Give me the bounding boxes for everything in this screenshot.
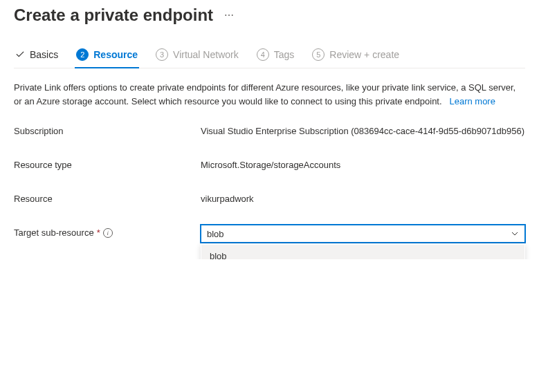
dropdown-option-blob[interactable]: blob: [201, 245, 524, 259]
target-sub-resource-dropdown-wrap: blob blob table queue file web dfs: [201, 225, 525, 243]
step-badge: 3: [156, 48, 168, 61]
tab-label: Tags: [274, 49, 295, 60]
step-badge: 2: [76, 48, 89, 61]
field-target-sub-resource: Target sub-resource * i blob blob table …: [14, 225, 525, 243]
resource-value: vikurpadwork: [201, 191, 525, 204]
dropdown-list: blob table queue file web dfs: [201, 244, 525, 259]
tab-resource[interactable]: 2 Resource: [75, 44, 139, 68]
step-badge: 5: [312, 48, 325, 61]
chevron-down-icon: [511, 230, 519, 238]
wizard-tabs: Basics 2 Resource 3 Virtual Network 4 Ta…: [14, 44, 525, 68]
resource-type-label: Resource type: [14, 157, 201, 170]
tab-label: Basics: [30, 49, 58, 60]
resource-label: Resource: [14, 191, 201, 204]
tab-virtual-network[interactable]: 3 Virtual Network: [154, 44, 240, 68]
tab-label: Virtual Network: [173, 49, 239, 60]
subscription-label: Subscription: [14, 123, 201, 136]
page-header: Create a private endpoint ⋯: [14, 6, 525, 25]
resource-type-value: Microsoft.Storage/storageAccounts: [201, 157, 525, 170]
field-resource: Resource vikurpadwork: [14, 191, 525, 204]
tab-label: Resource: [93, 49, 138, 60]
tab-tags[interactable]: 4 Tags: [255, 44, 296, 68]
tab-basics[interactable]: Basics: [14, 45, 60, 67]
target-sub-resource-dropdown[interactable]: blob: [201, 225, 525, 243]
info-icon[interactable]: i: [103, 228, 113, 238]
tab-label: Review + create: [329, 49, 399, 60]
intro-text: Private Link offers options to create pr…: [14, 81, 525, 108]
step-badge: 4: [257, 48, 269, 61]
check-icon: [15, 50, 25, 59]
field-subscription: Subscription Visual Studio Enterprise Su…: [14, 123, 525, 136]
dropdown-selected-value: blob: [207, 229, 224, 239]
target-sub-resource-label: Target sub-resource * i: [14, 225, 201, 238]
page-title: Create a private endpoint: [14, 6, 213, 25]
required-indicator: *: [97, 227, 100, 238]
more-icon[interactable]: ⋯: [224, 10, 235, 21]
tab-review-create[interactable]: 5 Review + create: [311, 44, 401, 68]
learn-more-link[interactable]: Learn more: [449, 96, 495, 106]
field-resource-type: Resource type Microsoft.Storage/storageA…: [14, 157, 525, 170]
subscription-value: Visual Studio Enterprise Subscription (0…: [201, 123, 525, 136]
